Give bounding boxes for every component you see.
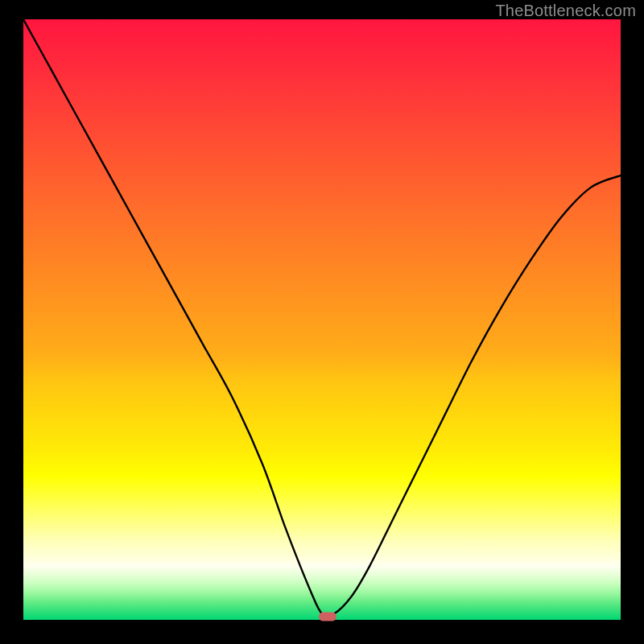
chart-frame: TheBottleneck.com (0, 0, 644, 644)
watermark-text: TheBottleneck.com (495, 2, 636, 20)
optimal-marker (319, 612, 336, 621)
plot-area (23, 19, 621, 620)
bottleneck-curve (23, 19, 621, 620)
